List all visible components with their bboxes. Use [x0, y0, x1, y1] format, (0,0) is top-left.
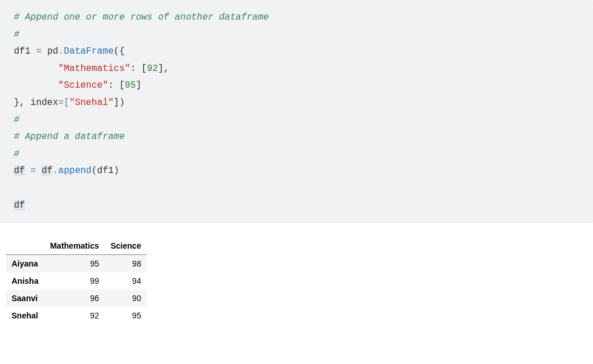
table-cell: 90	[105, 290, 147, 307]
table-cell: 92	[44, 307, 105, 324]
table-row: Aiyana 95 98	[6, 255, 147, 273]
output-dataframe-table: Mathematics Science Aiyana 95 98 Anisha …	[6, 237, 147, 324]
code-var: df	[14, 200, 25, 211]
code-string: "Science"	[58, 80, 108, 91]
code-op: =[	[58, 97, 69, 108]
code-bracket: )	[114, 166, 120, 176]
table-row: Saanvi 96 90	[6, 290, 147, 307]
code-bracket: : [	[108, 80, 125, 91]
code-bracket: ])	[114, 97, 125, 108]
code-bracket: (	[91, 166, 97, 176]
code-var: df	[42, 166, 53, 176]
code-func: DataFrame	[64, 46, 113, 57]
code-var: df1	[97, 166, 114, 176]
code-indent	[14, 63, 58, 74]
code-op: .	[58, 46, 64, 57]
code-number: 95	[125, 80, 136, 91]
row-index: Anisha	[6, 272, 44, 290]
code-comment: #	[14, 29, 20, 40]
code-bracket: : [	[130, 63, 147, 74]
code-cell: # Append one or more rows of another dat…	[0, 0, 593, 223]
table-corner-cell	[6, 237, 44, 255]
code-var: df	[14, 166, 25, 176]
table-cell: 98	[105, 255, 147, 273]
code-comment: #	[14, 115, 20, 125]
code-string: "Mathematics"	[58, 63, 130, 74]
code-string: "Snehal"	[69, 97, 114, 108]
table-cell: 95	[105, 307, 147, 324]
table-cell: 96	[44, 290, 105, 307]
code-comment: #	[14, 149, 20, 159]
column-header: Science	[105, 237, 147, 255]
table-cell: 95	[44, 255, 105, 273]
code-var: index	[31, 97, 58, 108]
row-index: Snehal	[6, 307, 44, 324]
code-op: =	[31, 46, 47, 57]
code-bracket: ({	[114, 46, 125, 57]
table-row: Anisha 99 94	[6, 272, 147, 290]
code-var: df1	[14, 46, 31, 57]
code-op: =	[25, 166, 42, 176]
table-cell: 94	[105, 272, 147, 290]
code-op: .	[53, 166, 58, 176]
table-row: Snehal 92 95	[6, 307, 147, 324]
code-comment: # Append one or more rows of another dat…	[14, 12, 269, 22]
column-header: Mathematics	[44, 237, 105, 255]
row-index: Aiyana	[6, 255, 44, 273]
row-index: Saanvi	[6, 290, 44, 307]
code-func: append	[58, 166, 92, 176]
code-indent	[14, 80, 58, 91]
code-bracket: },	[14, 97, 31, 108]
table-cell: 99	[44, 272, 105, 290]
table-header-row: Mathematics Science	[6, 237, 147, 255]
code-number: 92	[147, 63, 158, 74]
code-bracket: ],	[158, 63, 169, 74]
code-bracket: ]	[136, 80, 141, 91]
code-var: pd	[47, 46, 58, 57]
code-comment: # Append a dataframe	[14, 132, 125, 142]
